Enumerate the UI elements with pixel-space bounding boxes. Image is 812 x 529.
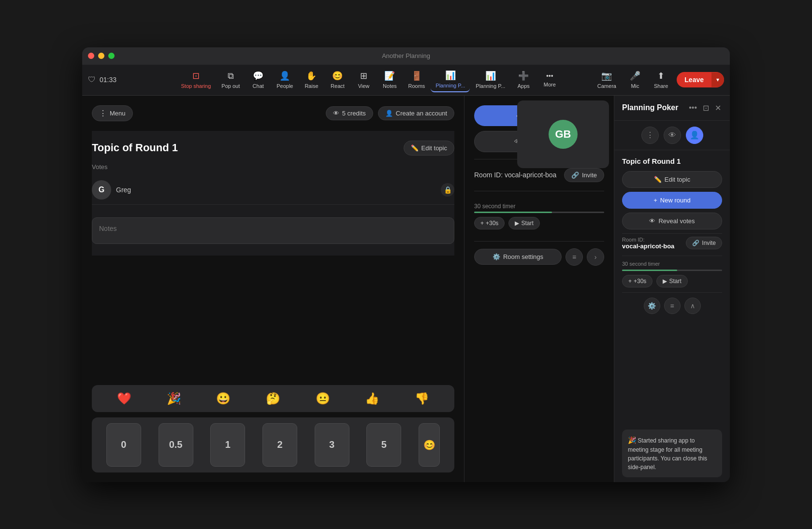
panel-new-round-label: New round xyxy=(660,197,691,204)
panel-edit-topic-button[interactable]: ✏️ Edit topic xyxy=(622,171,722,188)
raise-button[interactable]: ✋ Raise xyxy=(299,68,324,92)
emoji-party[interactable]: 🎉 xyxy=(165,390,183,407)
timer-add-button[interactable]: + +30s xyxy=(474,217,505,229)
apps-button[interactable]: ➕ Apps xyxy=(511,68,536,92)
panel-invite-label: Invite xyxy=(702,240,716,246)
minimize-button[interactable] xyxy=(98,53,104,59)
emoji-neutral[interactable]: 😐 xyxy=(314,390,332,407)
leave-label[interactable]: Leave xyxy=(677,72,711,87)
timer-controls: + +30s ▶ Start xyxy=(474,217,604,229)
list-icon: ≡ xyxy=(572,253,576,261)
panel-tab-view-icon: 👁 xyxy=(668,131,676,140)
avatar: GB xyxy=(549,120,578,149)
menu-button[interactable]: ⋮ Menu xyxy=(92,105,133,121)
people-button[interactable]: 👤 People xyxy=(272,68,298,92)
credits-icon: 👁 xyxy=(333,110,339,117)
panel-timer-controls: + +30s ▶ Start xyxy=(622,275,722,287)
notes-button[interactable]: 📝 Notes xyxy=(377,68,402,92)
toolbar-right: 📷 Camera 🎤 Mic ⬆ Share Leave ▾ xyxy=(593,68,724,92)
cards-bar: 0 0.5 1 2 3 xyxy=(92,417,454,472)
shield-icon: 🛡 xyxy=(88,75,96,84)
mic-button[interactable]: 🎤 Mic xyxy=(625,68,645,92)
panel-chevron-up-button[interactable]: ∧ xyxy=(684,298,701,314)
panel-timer-start-button[interactable]: ▶ Start xyxy=(656,275,687,287)
emoji-heart[interactable]: ❤️ xyxy=(115,390,133,407)
react-icon: 😊 xyxy=(332,71,343,81)
share-button[interactable]: ⬆ Share xyxy=(649,68,673,92)
card-5[interactable]: 5 xyxy=(366,423,401,467)
leave-button[interactable]: Leave ▾ xyxy=(677,72,724,87)
notes-input[interactable] xyxy=(92,217,454,244)
more-label: More xyxy=(544,82,556,87)
room-settings-label: Room settings xyxy=(503,253,543,260)
camera-button[interactable]: 📷 Camera xyxy=(593,68,621,92)
panel-header: Planning Poker ••• ⊡ ✕ xyxy=(614,96,730,121)
stop-sharing-button[interactable]: ⊡ Stop sharing xyxy=(176,68,216,92)
card-2[interactable]: 2 xyxy=(262,423,297,467)
panel-close-button[interactable]: ✕ xyxy=(714,102,722,114)
voter-status-icon: 🔒 xyxy=(441,183,454,197)
edit-topic-button[interactable]: ✏️ Edit topic xyxy=(404,141,454,156)
panel-tabs: ⋮ 👁 👤 xyxy=(614,121,730,150)
rooms-button[interactable]: 🚪 Rooms xyxy=(403,68,430,92)
right-panel: Planning Poker ••• ⊡ ✕ ⋮ xyxy=(614,96,730,482)
panel-reveal-votes-button[interactable]: 👁 Reveal votes xyxy=(622,213,722,229)
panel-edit-icon: ✏️ xyxy=(654,176,662,183)
room-id-full: Room ID: vocal-apricot-boa xyxy=(474,171,556,179)
time-display: 01:33 xyxy=(100,76,116,84)
invite-button[interactable]: 🔗 Invite xyxy=(564,168,604,182)
traffic-lights xyxy=(88,53,115,59)
card-0-5[interactable]: 0.5 xyxy=(159,423,193,467)
view-button[interactable]: ⊞ View xyxy=(351,68,376,92)
create-account-label: Create an account xyxy=(396,110,447,117)
emoji-smile[interactable]: 😀 xyxy=(214,390,232,407)
timer-add-label: +30s xyxy=(486,220,498,227)
camera-icon: 📷 xyxy=(601,71,612,81)
maximize-button[interactable] xyxy=(108,53,115,59)
panel-room-id-value: vocal-apricot-boa xyxy=(622,243,674,250)
pop-out-button[interactable]: ⧉ Pop out xyxy=(217,68,245,92)
timer-start-button[interactable]: ▶ Start xyxy=(508,217,539,229)
panel-more-button[interactable]: ••• xyxy=(688,102,698,114)
emoji-think[interactable]: 🤔 xyxy=(264,390,282,407)
emoji-thumbsup[interactable]: 👍 xyxy=(363,390,381,407)
card-0[interactable]: 0 xyxy=(106,423,141,467)
panel-invite-button[interactable]: 🔗 Invite xyxy=(686,237,722,249)
view-label: View xyxy=(358,83,370,89)
panel-chevron-up-icon: ∧ xyxy=(690,302,695,310)
panel-settings-row: ⚙️ ≡ ∧ xyxy=(622,298,722,314)
planning-p1-button[interactable]: 📊 Planning P... xyxy=(431,67,470,92)
create-account-button[interactable]: 👤 Create an account xyxy=(378,106,454,120)
pop-out-icon: ⧉ xyxy=(228,71,234,81)
close-button[interactable] xyxy=(88,53,94,59)
panel-tab-user[interactable]: 👤 xyxy=(686,127,703,144)
card-0-5-value: 0.5 xyxy=(169,439,183,450)
timer-start-icon: ▶ xyxy=(515,220,519,227)
more-button[interactable]: ••• More xyxy=(537,69,562,90)
card-1[interactable]: 1 xyxy=(210,423,245,467)
room-settings-button[interactable]: ⚙️ Room settings xyxy=(474,249,562,265)
emoji-thumbsdown[interactable]: 👎 xyxy=(413,390,431,407)
chevron-up-icon-btn[interactable]: › xyxy=(587,248,604,266)
panel-list-button[interactable]: ≡ xyxy=(664,298,681,314)
react-button[interactable]: 😊 React xyxy=(325,68,350,92)
notification-emoji: 🎉 xyxy=(628,436,636,444)
panel-settings-button[interactable]: ⚙️ xyxy=(644,298,660,314)
card-emoji-btn[interactable]: 😊 xyxy=(419,423,440,467)
planning-p2-button[interactable]: 📊 Planning P... xyxy=(471,68,510,92)
panel-expand-button[interactable]: ⊡ xyxy=(702,102,710,114)
credits-button[interactable]: 👁 5 credits xyxy=(326,106,373,120)
chat-button[interactable]: 💬 Chat xyxy=(246,68,271,92)
toolbar: 🛡 01:33 ⊡ Stop sharing ⧉ Pop out 💬 Chat … xyxy=(82,65,730,96)
invite-label: Invite xyxy=(582,172,597,179)
notes-label: Notes xyxy=(383,83,397,89)
leave-chevron-icon[interactable]: ▾ xyxy=(711,72,724,87)
panel-timer-add-button[interactable]: + +30s xyxy=(622,275,652,287)
timer-bar xyxy=(474,212,604,213)
list-icon-btn[interactable]: ≡ xyxy=(566,248,583,266)
apps-label: Apps xyxy=(518,83,530,89)
card-3[interactable]: 3 xyxy=(315,423,349,467)
panel-tab-view[interactable]: 👁 xyxy=(664,127,681,144)
panel-new-round-button[interactable]: + New round xyxy=(622,192,722,209)
panel-tab-dots[interactable]: ⋮ xyxy=(641,127,659,144)
